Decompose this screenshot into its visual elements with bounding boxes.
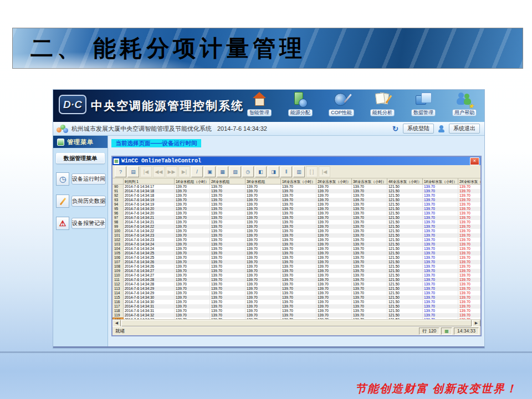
- row-number-cell: 107: [112, 260, 124, 264]
- sidebar-item-alarm-record[interactable]: ⚠ 设备报警记录: [56, 217, 105, 230]
- table-row[interactable]: 1092014-7-6 14:34:27139.70139.70139.7013…: [112, 269, 480, 273]
- select-columns-icon[interactable]: ▦: [217, 166, 228, 177]
- time-selection-icon[interactable]: ◷: [242, 166, 254, 177]
- system-login-button[interactable]: 系统登陆: [403, 124, 434, 134]
- import-icon[interactable]: ◧: [255, 166, 267, 177]
- table-row[interactable]: 1192014-7-6 14:34:32139.70139.70139.7013…: [112, 313, 480, 318]
- slide-title-banner: 二、 能耗分项计量管理: [12, 28, 523, 69]
- table-cell: 139.70: [245, 211, 281, 216]
- table-row[interactable]: 1042014-7-6 14:34:24139.70139.70139.7013…: [112, 247, 480, 251]
- table-cell: 139.70: [175, 291, 210, 295]
- table-row[interactable]: 942014-7-6 14:34:19139.70139.70139.70139…: [112, 202, 480, 207]
- table-row[interactable]: 912014-7-6 14:34:18139.70139.70139.70139…: [112, 189, 480, 193]
- table-cell: 139.70: [210, 287, 245, 291]
- table-row[interactable]: 1062014-7-6 14:34:25139.70139.70139.7013…: [112, 255, 480, 260]
- scroll-right-icon[interactable]: ▶: [472, 320, 480, 327]
- table-row[interactable]: 972014-7-6 14:34:21139.70139.70139.70139…: [112, 216, 480, 220]
- table-cell: 139.70: [423, 260, 458, 264]
- scrollbar-thumb[interactable]: [121, 320, 472, 326]
- time-range-icon[interactable]: ▧: [229, 166, 241, 177]
- table-row[interactable]: 1142014-7-6 14:34:29139.70139.70139.7013…: [112, 291, 480, 295]
- table-row[interactable]: 1122014-7-6 14:34:28139.70139.70139.7013…: [112, 282, 480, 287]
- table-row[interactable]: 932014-7-6 14:34:19139.70139.70139.70139…: [112, 198, 480, 202]
- nav-item-energy-allocation[interactable]: 能源分配: [284, 91, 317, 116]
- pause-icon[interactable]: ‖: [280, 166, 292, 177]
- table-cell: 139.70: [281, 238, 316, 242]
- table-row[interactable]: 1202014-7-6 14:34:32139.70139.70139.7013…: [112, 318, 480, 319]
- table-row[interactable]: 1002014-7-6 14:34:22139.70139.70139.7013…: [112, 229, 480, 233]
- dc-logo: D·C: [59, 95, 86, 114]
- table-cell: 139.70: [281, 264, 316, 269]
- table-cell: 139.70: [245, 278, 281, 282]
- help-icon[interactable]: ?: [115, 166, 126, 177]
- nav-item-data-management[interactable]: 数据管理: [407, 91, 440, 116]
- system-status-icon: [57, 125, 69, 133]
- table-row[interactable]: 962014-7-6 14:34:20139.70139.70139.70139…: [112, 211, 480, 216]
- footer-slogan: 节能创造财富 创新改变世界！: [355, 381, 518, 396]
- table-row[interactable]: 1152014-7-6 14:34:30139.70139.70139.7013…: [112, 295, 480, 300]
- table-row[interactable]: 1052014-7-6 14:34:25139.70139.70139.7013…: [112, 251, 480, 255]
- table-row[interactable]: 1182014-7-6 14:34:31139.70139.70139.7013…: [112, 309, 480, 313]
- export-icon[interactable]: ◨: [268, 166, 279, 177]
- table-row[interactable]: 1012014-7-6 14:34:23139.70139.70139.7013…: [112, 233, 480, 238]
- table-cell: 139.70: [458, 291, 480, 295]
- table-cell: 139.70: [423, 309, 458, 313]
- table-cell: 2014-7-6 14:34:20: [124, 211, 175, 216]
- table-row[interactable]: 952014-7-6 14:34:20139.70139.70139.70139…: [112, 207, 480, 211]
- table-cell: 121.50: [387, 273, 423, 278]
- table-cell: 139.70: [316, 278, 352, 282]
- table-cell: 139.70: [210, 282, 245, 287]
- app-header: D·C 中央空调能源管理控制系统 智能管理 能源分配 COP性能 能耗分析: [53, 90, 484, 122]
- nav-item-cop-performance[interactable]: COP性能: [325, 91, 358, 116]
- row-number-cell: 113: [112, 287, 124, 291]
- table-cell: 2014-7-6 14:34:17: [124, 185, 175, 189]
- table-cell: 139.70: [352, 269, 387, 273]
- table-row[interactable]: 1172014-7-6 14:34:31139.70139.70139.7013…: [112, 304, 480, 309]
- table-cell: 139.70: [423, 216, 458, 220]
- table-row[interactable]: 922014-7-6 14:34:18139.70139.70139.70139…: [112, 193, 480, 198]
- print-icon[interactable]: ▥: [293, 166, 305, 177]
- nav-item-energy-analysis[interactable]: 能耗分析: [366, 91, 399, 116]
- table-cell: 139.70: [175, 260, 210, 264]
- sidebar-menu-title-button[interactable]: 数据管理菜单: [56, 153, 105, 163]
- row-number-cell: 103: [112, 242, 124, 247]
- table-row[interactable]: 1032014-7-6 14:34:24139.70139.70139.7013…: [112, 242, 480, 247]
- system-logout-button[interactable]: 系统退出: [449, 124, 480, 134]
- table-cell: 139.70: [423, 242, 458, 247]
- table-cell: 121.50: [387, 318, 423, 319]
- app-statusbar: 杭州城市发展大厦中央空调智能管理及节能优化系统 2014-7-6 14:34:3…: [53, 122, 484, 136]
- system-datetime: 2014-7-6 14:34:32: [217, 125, 267, 132]
- table-cell: 139.70: [458, 260, 480, 264]
- table-row[interactable]: 1112014-7-6 14:34:28139.70139.70139.7013…: [112, 278, 480, 282]
- scroll-left-icon[interactable]: ◀: [112, 320, 121, 327]
- sidebar-item-load-history[interactable]: 负荷历史数据: [56, 195, 105, 208]
- table-row[interactable]: 1102014-7-6 14:34:27139.70139.70139.7013…: [112, 273, 480, 278]
- table-cell: 139.70: [458, 318, 480, 319]
- table-cell: 139.70: [210, 269, 245, 273]
- table-row[interactable]: 1132014-7-6 14:34:29139.70139.70139.7013…: [112, 287, 480, 291]
- copy-icon[interactable]: ▣: [204, 166, 216, 177]
- table-cell: 139.70: [423, 304, 458, 309]
- table-row[interactable]: 902014-7-6 14:34:17139.70139.70139.70139…: [112, 185, 480, 189]
- horizontal-scrollbar[interactable]: ◀ ▶: [112, 319, 480, 326]
- table-cell: 121.50: [387, 220, 423, 224]
- nav-item-user-help[interactable]: ★ 用户帮助: [448, 91, 481, 116]
- export-dialog-icon[interactable]: ▤: [127, 166, 139, 177]
- table-row[interactable]: 1072014-7-6 14:34:26139.70139.70139.7013…: [112, 260, 480, 264]
- table-cell: 139.70: [352, 313, 387, 318]
- table-row[interactable]: 1022014-7-6 14:34:23139.70139.70139.7013…: [112, 238, 480, 242]
- row-number-cell: 100: [112, 229, 124, 233]
- nav-item-smart-management[interactable]: 智能管理: [243, 91, 276, 116]
- table-cell: 2014-7-6 14:34:21: [124, 216, 175, 220]
- table-cell: 121.50: [387, 255, 423, 260]
- table-cell: 139.70: [210, 229, 245, 233]
- table-row[interactable]: 982014-7-6 14:34:21139.70139.70139.70139…: [112, 220, 480, 224]
- table-row[interactable]: 992014-7-6 14:34:22139.70139.70139.70139…: [112, 224, 480, 229]
- table-cell: 139.70: [245, 291, 281, 295]
- table-cell: 139.70: [458, 309, 480, 313]
- table-row[interactable]: 1162014-7-6 14:34:30139.70139.70139.7013…: [112, 300, 480, 304]
- sidebar-item-device-runtime[interactable]: ◷ 设备运行时间: [56, 172, 105, 186]
- table-row[interactable]: 1082014-7-6 14:34:26139.70139.70139.7013…: [112, 264, 480, 269]
- edit-icon[interactable]: /: [191, 166, 203, 177]
- close-icon[interactable]: ×: [470, 157, 479, 165]
